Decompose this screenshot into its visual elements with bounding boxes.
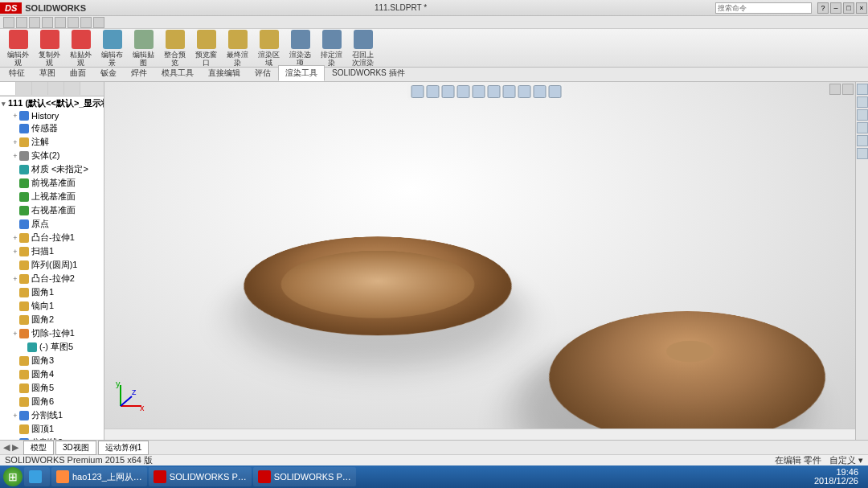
tree-node-12[interactable]: +凸台-拉伸2 <box>0 272 104 285</box>
tree-node-22[interactable]: +分割线1 <box>0 408 104 422</box>
command-tab-1[interactable]: 草图 <box>32 65 63 81</box>
tree-root[interactable]: ▾111 (默认<<默认>_显示状态 <box>0 96 104 110</box>
vp-split-icon[interactable] <box>829 84 841 95</box>
tree-expander[interactable]: + <box>11 248 19 256</box>
bottom-tab-0[interactable]: 模型 <box>23 441 54 455</box>
fp-tab-dim-icon[interactable] <box>48 82 64 95</box>
ribbon-button-2[interactable]: 粘贴外 观 <box>66 27 96 69</box>
command-tab-7[interactable]: 评估 <box>248 65 278 81</box>
tree-node-24[interactable]: +分割线2 <box>0 436 104 440</box>
qat-redo-icon[interactable] <box>68 17 79 28</box>
tree-node-15[interactable]: 圆角2 <box>0 313 104 326</box>
tree-node-6[interactable]: 上视基准面 <box>0 190 104 203</box>
minimize-button[interactable]: – <box>830 2 841 14</box>
command-tab-4[interactable]: 焊件 <box>124 65 154 81</box>
ribbon-button-5[interactable]: 整合预 览 <box>160 27 190 69</box>
taskbar-app-3[interactable]: SOLIDWORKS P… <box>149 467 252 486</box>
view-settings-icon[interactable] <box>549 85 562 98</box>
tree-node-10[interactable]: +扫描1 <box>0 244 104 258</box>
taskbar-clock[interactable]: 19:46 2018/12/26 <box>814 468 865 486</box>
feature-tree[interactable]: ▾111 (默认<<默认>_显示状态+History 传感器+注解+实体(2) … <box>0 96 104 440</box>
tree-node-14[interactable]: 镜向1 <box>0 299 104 313</box>
graphics-viewport[interactable]: y x z <box>104 82 868 440</box>
start-button[interactable]: ⊞ <box>3 467 23 486</box>
tree-node-2[interactable]: +注解 <box>0 135 104 149</box>
status-custom-menu[interactable]: 自定义 ▾ <box>829 454 863 466</box>
tp-custom-props-icon[interactable] <box>857 148 868 159</box>
qat-new-icon[interactable] <box>3 17 14 28</box>
command-tab-2[interactable]: 曲面 <box>63 65 93 81</box>
tree-expander[interactable]: + <box>11 138 19 146</box>
fp-tab-display-icon[interactable] <box>64 82 80 95</box>
qat-print-icon[interactable] <box>42 17 53 28</box>
tree-node-13[interactable]: 圆角1 <box>0 285 104 299</box>
bottom-tab-1[interactable]: 3D视图 <box>55 441 96 455</box>
command-tab-5[interactable]: 模具工具 <box>154 65 201 81</box>
taskbar-app-2[interactable]: hao123_上网从… <box>51 467 147 486</box>
fp-tab-config-icon[interactable] <box>32 82 48 95</box>
command-tab-3[interactable]: 钣金 <box>93 65 124 81</box>
zoom-fit-icon[interactable] <box>411 85 424 98</box>
command-tab-8[interactable]: 渲染工具 <box>278 65 325 81</box>
tree-node-3[interactable]: +实体(2) <box>0 149 104 162</box>
ribbon-button-1[interactable]: 复制外 观 <box>35 27 64 69</box>
qat-save-icon[interactable] <box>29 17 40 28</box>
qat-undo-icon[interactable] <box>55 17 66 28</box>
taskbar-app-1[interactable] <box>24 467 50 486</box>
ribbon-button-10[interactable]: 排定渲 染 <box>317 27 346 69</box>
display-style-icon[interactable] <box>488 85 501 98</box>
tree-expander[interactable]: + <box>11 234 19 242</box>
fp-tab-tree-icon[interactable] <box>0 82 16 95</box>
view-orient-icon[interactable] <box>473 85 485 98</box>
bottom-tab-2[interactable]: 运动算例1 <box>98 441 149 455</box>
ribbon-button-8[interactable]: 渲染区 域 <box>254 27 284 69</box>
tp-design-lib-icon[interactable] <box>857 96 868 108</box>
ribbon-button-7[interactable]: 最终渲 染 <box>223 27 252 69</box>
tree-node-0[interactable]: +History <box>0 110 104 121</box>
section-view-icon[interactable] <box>457 85 470 98</box>
command-tab-6[interactable]: 直接编辑 <box>201 65 248 81</box>
tree-node-4[interactable]: 材质 <未指定> <box>0 162 104 176</box>
tree-node-8[interactable]: 原点 <box>0 217 104 231</box>
command-tab-9[interactable]: SOLIDWORKS 插件 <box>325 65 412 81</box>
tp-view-palette-icon[interactable] <box>857 122 868 133</box>
ribbon-button-3[interactable]: 编辑布 景 <box>97 27 127 69</box>
tree-expander[interactable]: + <box>11 152 19 160</box>
tree-node-23[interactable]: 圆顶1 <box>0 422 104 436</box>
tree-node-7[interactable]: 右视基准面 <box>0 203 104 217</box>
hide-show-icon[interactable] <box>503 85 516 98</box>
ribbon-button-0[interactable]: 编辑外 观 <box>3 27 33 69</box>
orientation-triad[interactable]: y x z <box>114 380 146 412</box>
command-search-input[interactable] <box>715 2 812 14</box>
tp-resources-icon[interactable] <box>857 84 868 95</box>
bottom-tab-arrows[interactable]: ◀ ▶ <box>3 442 18 453</box>
tp-file-explorer-icon[interactable] <box>857 109 868 121</box>
tree-node-20[interactable]: 圆角5 <box>0 381 104 395</box>
qat-rebuild-icon[interactable] <box>80 17 92 28</box>
tree-node-1[interactable]: 传感器 <box>0 121 104 135</box>
tree-expander[interactable]: + <box>11 275 19 283</box>
ribbon-button-9[interactable]: 渲染选 项 <box>285 27 315 69</box>
tree-node-19[interactable]: 圆角4 <box>0 367 104 381</box>
horizontal-scrollbar[interactable] <box>104 429 855 440</box>
command-tab-0[interactable]: 特征 <box>2 65 32 81</box>
zoom-area-icon[interactable] <box>427 85 440 98</box>
tree-node-18[interactable]: 圆角3 <box>0 354 104 367</box>
prev-view-icon[interactable] <box>442 85 455 98</box>
ribbon-button-4[interactable]: 编辑贴 图 <box>129 27 158 69</box>
tree-expander[interactable]: + <box>11 412 19 420</box>
ribbon-button-11[interactable]: 召回上 次渲染 <box>348 27 378 69</box>
tree-node-16[interactable]: +切除-拉伸1 <box>0 326 104 340</box>
scene-icon[interactable] <box>534 85 547 98</box>
tree-node-11[interactable]: 阵列(圆周)1 <box>0 258 104 272</box>
vp-max-icon[interactable] <box>842 84 854 95</box>
close-button[interactable]: × <box>856 2 867 14</box>
help-button[interactable]: ? <box>817 2 829 14</box>
tree-expander[interactable]: + <box>11 112 19 120</box>
ribbon-button-6[interactable]: 预览窗 口 <box>191 27 221 69</box>
tree-expander[interactable]: + <box>11 439 19 441</box>
tree-expander[interactable]: + <box>11 330 19 338</box>
qat-options-icon[interactable] <box>93 17 104 28</box>
tree-node-21[interactable]: 圆角6 <box>0 395 104 408</box>
tp-appearances-icon[interactable] <box>857 135 868 146</box>
